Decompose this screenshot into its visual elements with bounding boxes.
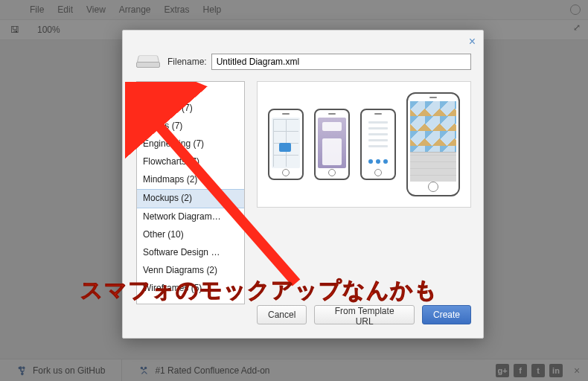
- filename-input[interactable]: [211, 54, 471, 70]
- list-item[interactable]: Basic (1): [137, 82, 244, 100]
- filename-label: Filename:: [167, 57, 207, 67]
- template-preview-panel: [257, 81, 471, 208]
- list-item-selected[interactable]: Mockups (2): [137, 189, 244, 208]
- new-diagram-dialog: × Filename: Basic (1) Business (7) Chart…: [122, 30, 484, 339]
- create-button[interactable]: Create: [422, 305, 471, 324]
- list-item[interactable]: Charts (7): [137, 118, 244, 135]
- mockup-thumbnail[interactable]: [406, 92, 460, 196]
- list-item[interactable]: Engineering (7): [137, 135, 244, 153]
- list-item[interactable]: Wireframes (5): [137, 280, 244, 298]
- disk-icon: [135, 53, 162, 71]
- mockup-thumbnail[interactable]: [268, 109, 304, 180]
- from-template-url-button[interactable]: From Template URL: [314, 305, 415, 324]
- list-item[interactable]: Mindmaps (2): [137, 171, 244, 189]
- dialog-close-icon[interactable]: ×: [469, 35, 476, 48]
- cancel-button[interactable]: Cancel: [257, 305, 307, 324]
- list-item[interactable]: Network Diagram…: [137, 208, 244, 226]
- list-item[interactable]: Software Design …: [137, 244, 244, 262]
- list-item[interactable]: Venn Diagrams (2): [137, 262, 244, 280]
- mockup-thumbnail[interactable]: [360, 109, 396, 180]
- list-item[interactable]: Business (7): [137, 100, 244, 118]
- list-item[interactable]: Flowcharts (7): [137, 153, 244, 171]
- template-category-list[interactable]: Basic (1) Business (7) Charts (7) Engine…: [136, 81, 245, 304]
- list-item[interactable]: Other (10): [137, 226, 244, 244]
- mockup-thumbnail[interactable]: [314, 109, 350, 180]
